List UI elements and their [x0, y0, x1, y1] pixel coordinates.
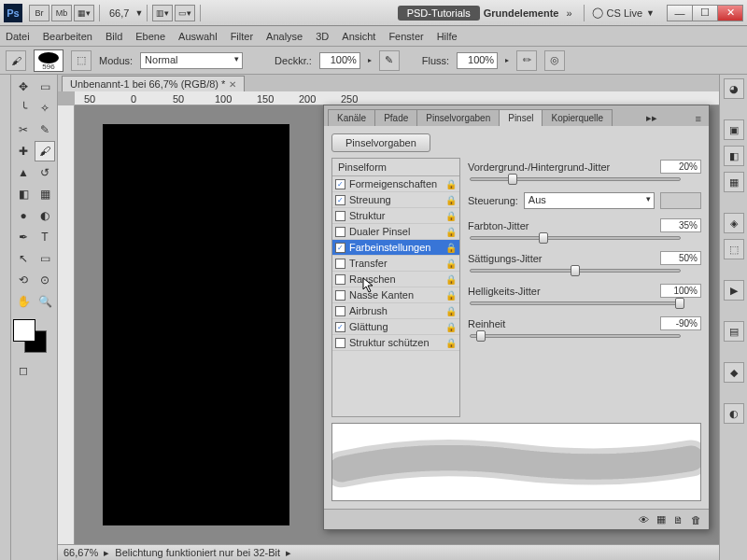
menu-hilfe[interactable]: Hilfe [437, 31, 458, 42]
3d-tool[interactable]: ⟲ [13, 270, 34, 290]
close-button[interactable]: ✕ [717, 5, 743, 21]
eyedropper-tool[interactable]: ✎ [35, 119, 55, 140]
lock-icon[interactable]: 🔒 [445, 195, 457, 205]
zoom-dropdown-icon[interactable]: ▼ [134, 8, 143, 18]
lock-icon[interactable]: 🔒 [445, 322, 457, 332]
lock-icon[interactable]: 🔒 [445, 290, 457, 301]
checkbox[interactable]: ✓ [335, 322, 345, 332]
lock-icon[interactable]: 🔒 [445, 259, 457, 269]
fgbg-slider[interactable] [470, 177, 681, 181]
menu-bearbeiten[interactable]: Bearbeiten [43, 31, 92, 42]
lasso-tool[interactable]: ╰ [13, 98, 34, 119]
minibridge-button[interactable]: Mb [51, 5, 72, 21]
helligkeit-value[interactable]: 100% [660, 284, 701, 298]
color-swatches[interactable] [13, 319, 50, 357]
lock-icon[interactable]: 🔒 [445, 211, 457, 221]
stamp-tool[interactable]: ▲ [13, 162, 34, 183]
pen-tool[interactable]: ✒ [13, 227, 34, 247]
fgbg-value[interactable]: 20% [660, 160, 701, 174]
screen-button[interactable]: ▭▾ [175, 5, 195, 21]
rail-icon-1[interactable]: ▣ [724, 119, 744, 140]
workspace-more-icon[interactable]: » [566, 7, 571, 19]
setting-struktur-schützen[interactable]: Struktur schützen🔒 [332, 335, 459, 351]
footer-toggle-icon[interactable]: 👁 [639, 514, 649, 525]
dodge-tool[interactable]: ◐ [35, 205, 55, 226]
artboard[interactable] [103, 124, 289, 525]
lock-icon[interactable]: 🔒 [445, 338, 457, 348]
menu-datei[interactable]: Datei [6, 31, 30, 42]
lock-icon[interactable]: 🔒 [445, 243, 457, 253]
tab-pfade[interactable]: Pfade [374, 109, 417, 126]
screen-mode-button[interactable]: ▦▾ [74, 5, 94, 21]
status-zoom[interactable]: 66,67% [63, 547, 98, 558]
brush-presets-button[interactable]: Pinselvorgaben [331, 133, 430, 152]
eraser-tool[interactable]: ◧ [13, 184, 34, 204]
checkbox[interactable] [335, 338, 345, 348]
footer-new-icon[interactable]: ▦ [656, 513, 666, 525]
deck-value[interactable]: 100% [319, 52, 360, 69]
farbton-slider[interactable] [470, 236, 681, 240]
reinheit-value[interactable]: -90% [660, 316, 701, 330]
setting-streuung[interactable]: ✓Streuung🔒 [332, 192, 459, 208]
type-tool[interactable]: T [35, 227, 55, 247]
gradient-tool[interactable]: ▦ [35, 184, 55, 204]
checkbox[interactable] [335, 306, 345, 316]
tab-pinselvorgaben[interactable]: Pinselvorgaben [416, 109, 500, 126]
rail-icon-6[interactable]: ▶ [724, 280, 744, 301]
zoom-tool[interactable]: 🔍 [35, 291, 55, 312]
cslive-button[interactable]: CS Live [607, 7, 643, 19]
lock-icon[interactable]: 🔒 [445, 274, 457, 285]
pressure-size-icon[interactable]: ◎ [544, 50, 565, 71]
saettigung-slider[interactable] [470, 269, 681, 273]
setting-airbrush[interactable]: Airbrush🔒 [332, 303, 459, 319]
checkbox[interactable] [335, 227, 345, 237]
checkbox[interactable] [335, 259, 345, 269]
setting-dualer-pinsel[interactable]: Dualer Pinsel🔒 [332, 224, 459, 240]
reinheit-slider[interactable] [470, 334, 681, 338]
setting-nasse-kanten[interactable]: Nasse Kanten🔒 [332, 287, 459, 303]
panel-menu-icon[interactable]: ≡ [692, 111, 705, 126]
workspace-grundelemente[interactable]: Grundelemente [484, 7, 559, 19]
shape-tool[interactable]: ▭ [35, 248, 55, 269]
menu-analyse[interactable]: Analyse [266, 31, 303, 42]
menu-bild[interactable]: Bild [106, 31, 122, 42]
saettigung-value[interactable]: 50% [660, 251, 701, 265]
menu-3d[interactable]: 3D [316, 31, 329, 42]
setting-struktur[interactable]: Struktur🔒 [332, 208, 459, 224]
checkbox[interactable] [335, 274, 345, 285]
footer-doc-icon[interactable]: 🗎 [673, 514, 684, 525]
farbton-value[interactable]: 35% [660, 218, 701, 232]
setting-transfer[interactable]: Transfer🔒 [332, 256, 459, 272]
cslive-dropdown-icon[interactable]: ▼ [646, 8, 655, 18]
brush-tool[interactable]: 🖌 [35, 141, 55, 161]
rail-icon-8[interactable]: ◆ [724, 362, 744, 383]
tab-pinsel[interactable]: Pinsel [499, 109, 543, 126]
footer-trash-icon[interactable]: 🗑 [691, 514, 701, 525]
fluss-flyout-icon[interactable]: ▸ [505, 56, 509, 64]
rail-icon-5[interactable]: ⬚ [724, 239, 744, 259]
bridge-button[interactable]: Br [29, 5, 49, 21]
minimize-button[interactable]: — [667, 5, 693, 21]
close-icon[interactable]: ✕ [229, 79, 236, 90]
heal-tool[interactable]: ✚ [13, 141, 34, 161]
menu-ansicht[interactable]: Ansicht [342, 31, 375, 42]
maximize-button[interactable]: ☐ [692, 5, 718, 21]
tab-kopierquelle[interactable]: Kopierquelle [542, 109, 613, 126]
pressure-opacity-icon[interactable]: ✎ [379, 50, 400, 71]
wand-tool[interactable]: ✧ [35, 98, 55, 119]
lock-icon[interactable]: 🔒 [445, 179, 457, 189]
modus-dropdown[interactable]: Normal [140, 52, 243, 69]
menu-auswahl[interactable]: Auswahl [178, 31, 218, 42]
menu-ebene[interactable]: Ebene [135, 31, 165, 42]
workspace-psd-tutorials[interactable]: PSD-Tutorials [398, 6, 480, 21]
hand-tool[interactable]: ✋ [13, 291, 34, 312]
steuerung-dropdown[interactable]: Aus [524, 192, 655, 209]
path-tool[interactable]: ↖ [13, 248, 34, 269]
setting-farbeinstellungen[interactable]: ✓Farbeinstellungen🔒 [332, 240, 459, 256]
rail-icon-7[interactable]: ▤ [724, 321, 744, 342]
fluss-value[interactable]: 100% [457, 52, 498, 69]
quickmask-tool[interactable]: ◻ [13, 360, 34, 381]
foreground-swatch[interactable] [13, 319, 35, 342]
lock-icon[interactable]: 🔒 [445, 227, 457, 237]
zoom-display[interactable]: 66,7 [109, 7, 129, 19]
